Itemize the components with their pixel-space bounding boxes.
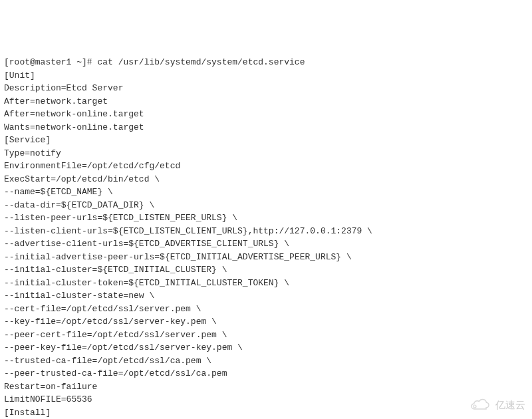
terminal-output: [root@master1 ~]# cat /usr/lib/systemd/s… — [4, 56, 528, 419]
terminal-line: --data-dir=${ETCD_DATA_DIR} \ — [4, 199, 528, 212]
watermark: 亿速云 — [467, 398, 525, 413]
terminal-line: --advertise-client-urls=${ETCD_ADVERTISE… — [4, 237, 528, 251]
watermark-text: 亿速云 — [495, 398, 525, 413]
terminal-line: [Unit] — [4, 69, 528, 82]
terminal-line: --listen-peer-urls=${ETCD_LISTEN_PEER_UR… — [4, 211, 528, 225]
terminal-line: --peer-trusted-ca-file=/opt/etcd/ssl/ca.… — [4, 367, 528, 380]
terminal-line: --initial-advertise-peer-urls=${ETCD_INI… — [4, 251, 528, 264]
terminal-line: EnvironmentFile=/opt/etcd/cfg/etcd — [4, 160, 528, 173]
terminal-line: --cert-file=/opt/etcd/ssl/server.pem \ — [4, 303, 528, 316]
svg-point-0 — [473, 405, 476, 408]
terminal-line: LimitNOFILE=65536 — [4, 393, 528, 406]
terminal-line: --initial-cluster=${ETCD_INITIAL_CLUSTER… — [4, 263, 528, 277]
terminal-line: Wants=network-online.target — [4, 121, 528, 134]
cloud-icon — [467, 398, 491, 412]
terminal-line: [Service] — [4, 134, 528, 147]
terminal-line: [root@master1 ~]# cat /usr/lib/systemd/s… — [4, 56, 528, 69]
terminal-line: --peer-key-file=/opt/etcd/ssl/server-key… — [4, 341, 528, 354]
terminal-line: --listen-client-urls=${ETCD_LISTEN_CLIEN… — [4, 225, 528, 238]
terminal-line: ExecStart=/opt/etcd/bin/etcd \ — [4, 173, 528, 186]
terminal-line: After=network.target — [4, 95, 528, 108]
terminal-line: After=network-online.target — [4, 108, 528, 121]
terminal-line: Type=notify — [4, 147, 528, 160]
terminal-line: [Install] — [4, 406, 528, 420]
terminal-line: --initial-cluster-state=new \ — [4, 289, 528, 303]
terminal-line: --initial-cluster-token=${ETCD_INITIAL_C… — [4, 277, 528, 290]
terminal-line: Restart=on-failure — [4, 380, 528, 394]
terminal-line: --trusted-ca-file=/opt/etcd/ssl/ca.pem \ — [4, 354, 528, 368]
terminal-line: --peer-cert-file=/opt/etcd/ssl/server.pe… — [4, 329, 528, 342]
terminal-line: --key-file=/opt/etcd/ssl/server-key.pem … — [4, 315, 528, 329]
terminal-line: --name=${ETCD_NAME} \ — [4, 186, 528, 199]
terminal-line: Description=Etcd Server — [4, 82, 528, 95]
